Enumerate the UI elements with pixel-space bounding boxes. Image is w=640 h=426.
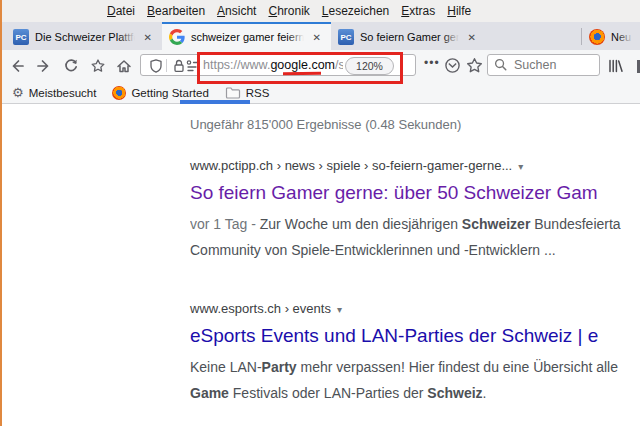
tab-bar: PC Die Schweizer Plattform für Co ✕ schw… [0, 22, 640, 50]
bookmark-star-icon[interactable] [466, 57, 482, 73]
tab-title: Die Schweizer Plattform für Co [35, 31, 135, 43]
zoom-level-badge[interactable]: 120% [345, 57, 394, 75]
search-bar [487, 54, 600, 76]
gear-icon [12, 85, 24, 101]
tab-title: schweizer gamer feiern - Goog [191, 31, 304, 43]
pctipp-favicon: PC [13, 29, 29, 45]
permissions-icon[interactable] [186, 58, 200, 74]
close-icon[interactable]: ✕ [465, 30, 479, 45]
star-icon[interactable] [90, 58, 106, 74]
close-icon[interactable]: ✕ [310, 30, 324, 45]
address-bar[interactable]: https://www.google.com/se 120% [140, 54, 416, 76]
menu-bar: Datei Bearbeiten Ansicht Chronik Lesezei… [0, 0, 640, 22]
snippet-line: Community von Spiele-Entwicklerinnen und… [190, 237, 640, 263]
bookmark-label: Meistbesucht [29, 87, 97, 99]
back-icon[interactable] [9, 58, 25, 74]
bookmarks-toolbar: Meistbesucht Getting Started RSS [0, 82, 640, 104]
result-title-link[interactable]: So feiern Gamer gerne: über 50 Schweizer… [190, 181, 640, 205]
results-stats: Ungefähr 815'000 Ergebnisse (0.48 Sekund… [190, 117, 640, 132]
page-actions-icon[interactable]: ••• [424, 56, 440, 70]
search-icon [493, 57, 508, 72]
forward-icon[interactable] [36, 58, 52, 74]
result-breadcrumb-row: www.esports.ch › events▾ [190, 299, 640, 317]
navigation-toolbar: https://www.google.com/se 120% ••• [0, 50, 640, 82]
search-result: www.pctipp.ch › news › spiele › so-feier… [190, 156, 640, 263]
close-icon[interactable]: ✕ [141, 30, 155, 45]
pctipp-favicon: PC [338, 29, 354, 45]
result-breadcrumb-row: www.pctipp.ch › news › spiele › so-feier… [190, 156, 640, 174]
tab-title: So feiern Gamer gerne: über 50 [360, 31, 459, 43]
result-menu-caret-icon[interactable]: ▾ [337, 304, 342, 315]
tab-title: Neu [611, 31, 633, 43]
result-snippet: vor 1 Tag - Zur Woche um den diesjährige… [190, 211, 640, 263]
menu-hilfe[interactable]: Hilfe [447, 4, 471, 18]
bookmark-label: RSS [246, 87, 270, 99]
snippet-line: Keine LAN-Party mehr verpassen! Hier fin… [190, 354, 640, 380]
shield-icon[interactable] [148, 58, 164, 74]
home-icon[interactable] [116, 58, 132, 74]
menu-datei[interactable]: Datei [107, 4, 135, 18]
browser-window: Datei Bearbeiten Ansicht Chronik Lesezei… [0, 0, 640, 426]
lock-icon[interactable] [171, 58, 187, 74]
library-icon[interactable] [607, 58, 623, 74]
bookmark-label: Getting Started [131, 87, 208, 99]
result-breadcrumb[interactable]: www.esports.ch › events [190, 301, 331, 316]
tab-pctipp-article[interactable]: PC So feiern Gamer gerne: über 50 ✕ [331, 22, 486, 50]
result-title-link[interactable]: eSports Events und LAN-Parties der Schwe… [190, 324, 640, 348]
result-snippet: Keine LAN-Party mehr verpassen! Hier fin… [190, 354, 640, 406]
tab-google-search-active[interactable]: schweizer gamer feiern - Goog ✕ [162, 22, 331, 50]
google-favicon [169, 29, 185, 45]
bookmark-meistbesucht[interactable]: Meistbesucht [6, 82, 102, 103]
urlbar-divider [166, 59, 167, 72]
pocket-icon[interactable] [444, 57, 460, 73]
firefox-icon [112, 86, 126, 100]
screenshot-left-border [0, 0, 2, 426]
menu-bearbeiten[interactable]: Bearbeiten [147, 4, 205, 18]
reload-icon[interactable] [63, 58, 79, 74]
snippet-line: vor 1 Tag - Zur Woche um den diesjährige… [190, 211, 640, 237]
search-result: www.esports.ch › events▾ eSports Events … [190, 299, 640, 406]
result-menu-caret-icon[interactable]: ▾ [518, 161, 523, 172]
result-breadcrumb[interactable]: www.pctipp.ch › news › spiele › so-feier… [190, 158, 512, 173]
tab-pctipp-platform[interactable]: PC Die Schweizer Plattform für Co ✕ [6, 22, 162, 50]
snippet-line: Game Festivals oder LAN-Parties der Schw… [190, 380, 640, 406]
url-text[interactable]: https://www.google.com/se [203, 58, 343, 72]
loading-progress-bar [180, 100, 250, 104]
menu-chronik[interactable]: Chronik [268, 4, 309, 18]
page-content: Ungefähr 815'000 Ergebnisse (0.48 Sekund… [0, 104, 640, 426]
folder-icon [225, 86, 241, 100]
firefox-favicon [589, 29, 605, 45]
menu-extras[interactable]: Extras [401, 4, 435, 18]
tabbar-spacer [486, 22, 581, 50]
menu-lesezeichen[interactable]: Lesezeichen [322, 4, 389, 18]
menu-ansicht[interactable]: Ansicht [217, 4, 256, 18]
tab-new-partial[interactable]: Neu [582, 22, 640, 50]
